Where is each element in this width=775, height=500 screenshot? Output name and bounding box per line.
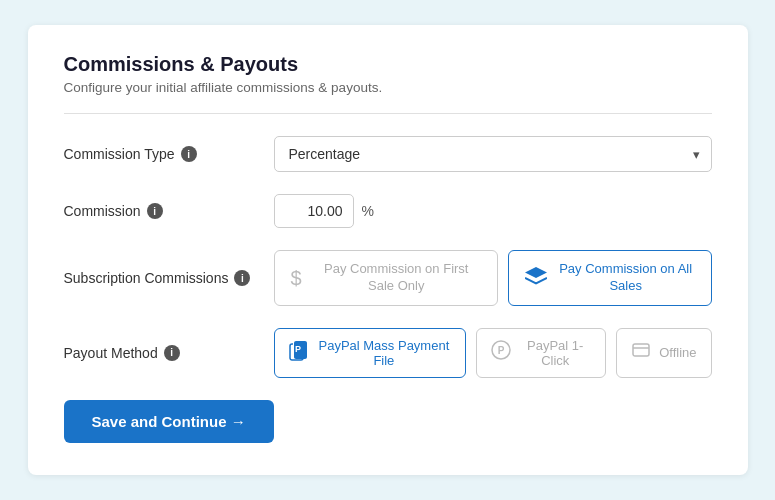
commission-type-control: Percentage Flat Rate ▾ [274, 136, 712, 172]
commission-type-select-wrapper: Percentage Flat Rate ▾ [274, 136, 712, 172]
offline-label: Offline [659, 345, 696, 360]
payout-method-row: Payout Method i P PayPal Mass Payment Fi… [64, 328, 712, 378]
subscription-commissions-row: Subscription Commissions i $ Pay Commiss… [64, 250, 712, 306]
page-title: Commissions & Payouts [64, 53, 712, 76]
divider [64, 113, 712, 114]
payout-method-label: Payout Method i [64, 345, 274, 361]
commission-unit: % [362, 203, 374, 219]
layers-icon [525, 267, 547, 290]
commission-type-select[interactable]: Percentage Flat Rate [274, 136, 712, 172]
svg-text:P: P [294, 344, 300, 354]
subscription-commissions-info-icon[interactable]: i [234, 270, 250, 286]
paypal-mass-label: PayPal Mass Payment File [317, 338, 452, 368]
payout-method-control: P PayPal Mass Payment File P PayPal 1-Cl… [274, 328, 712, 378]
paypal-1click-icon: P [491, 340, 511, 365]
all-sales-label: Pay Commission on All Sales [557, 261, 695, 295]
paypal-mass-icon: P [289, 339, 309, 366]
save-continue-button[interactable]: Save and Continue → [64, 400, 274, 443]
commission-input-wrapper: % [274, 194, 712, 228]
offline-icon [631, 340, 651, 365]
dollar-icon: $ [291, 267, 302, 290]
svg-text:P: P [498, 345, 505, 356]
commission-control: % [274, 194, 712, 228]
payout-buttons-group: P PayPal Mass Payment File P PayPal 1-Cl… [274, 328, 712, 378]
save-continue-label: Save and Continue → [92, 413, 246, 430]
paypal-1click-label: PayPal 1-Click [519, 338, 591, 368]
paypal-mass-button[interactable]: P PayPal Mass Payment File [274, 328, 467, 378]
paypal-1click-button[interactable]: P PayPal 1-Click [476, 328, 606, 378]
subscription-commissions-control: $ Pay Commission on First Sale Only Pay … [274, 250, 712, 306]
commission-type-row: Commission Type i Percentage Flat Rate ▾ [64, 136, 712, 172]
commission-info-icon[interactable]: i [147, 203, 163, 219]
commission-row: Commission i % [64, 194, 712, 228]
page-subtitle: Configure your initial affiliate commiss… [64, 80, 712, 95]
all-sales-button[interactable]: Pay Commission on All Sales [508, 250, 712, 306]
subscription-buttons-group: $ Pay Commission on First Sale Only Pay … [274, 250, 712, 306]
offline-button[interactable]: Offline [616, 328, 711, 378]
first-sale-label: Pay Commission on First Sale Only [312, 261, 481, 295]
commission-type-info-icon[interactable]: i [181, 146, 197, 162]
commission-label: Commission i [64, 203, 274, 219]
svg-rect-3 [633, 344, 649, 356]
payout-method-info-icon[interactable]: i [164, 345, 180, 361]
main-card: Commissions & Payouts Configure your ini… [28, 25, 748, 475]
commission-type-label: Commission Type i [64, 146, 274, 162]
subscription-commissions-label: Subscription Commissions i [64, 270, 274, 286]
first-sale-button[interactable]: $ Pay Commission on First Sale Only [274, 250, 498, 306]
commission-input[interactable] [274, 194, 354, 228]
